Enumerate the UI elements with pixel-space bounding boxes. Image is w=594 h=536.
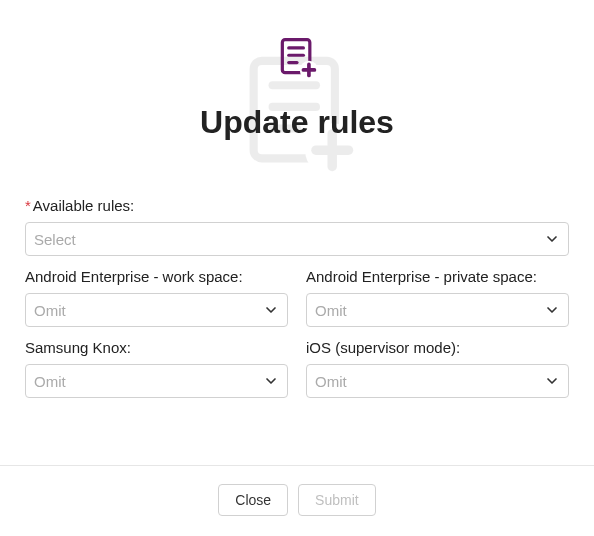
available-rules-label: *Available rules: — [25, 197, 569, 214]
chevron-down-icon — [263, 373, 279, 389]
update-rules-dialog: Update rules *Available rules: Select An… — [0, 0, 594, 536]
form-area: *Available rules: Select Android Enterpr… — [0, 141, 594, 465]
android-private-value: Omit — [315, 302, 347, 319]
available-rules-label-text: Available rules: — [33, 197, 134, 214]
available-rules-select[interactable]: Select — [25, 222, 569, 256]
required-indicator: * — [25, 197, 31, 214]
samsung-knox-label: Samsung Knox: — [25, 339, 288, 356]
android-work-value: Omit — [34, 302, 66, 319]
ios-supervisor-select[interactable]: Omit — [306, 364, 569, 398]
samsung-knox-value: Omit — [34, 373, 66, 390]
chevron-down-icon — [544, 373, 560, 389]
dialog-title: Update rules — [200, 104, 394, 141]
field-android-work: Android Enterprise - work space: Omit — [25, 268, 288, 327]
submit-button[interactable]: Submit — [298, 484, 376, 516]
android-private-label: Android Enterprise - private space: — [306, 268, 569, 285]
field-samsung-knox: Samsung Knox: Omit — [25, 339, 288, 398]
field-android-private: Android Enterprise - private space: Omit — [306, 268, 569, 327]
dialog-footer: Close Submit — [0, 465, 594, 536]
dialog-header: Update rules — [0, 0, 594, 141]
chevron-down-icon — [544, 302, 560, 318]
document-plus-icon — [275, 36, 319, 84]
chevron-down-icon — [263, 302, 279, 318]
available-rules-value: Select — [34, 231, 76, 248]
ios-supervisor-value: Omit — [315, 373, 347, 390]
android-work-label: Android Enterprise - work space: — [25, 268, 288, 285]
android-work-select[interactable]: Omit — [25, 293, 288, 327]
field-available-rules: *Available rules: Select — [25, 197, 569, 256]
samsung-knox-select[interactable]: Omit — [25, 364, 288, 398]
field-ios-supervisor: iOS (supervisor mode): Omit — [306, 339, 569, 398]
close-button[interactable]: Close — [218, 484, 288, 516]
ios-supervisor-label: iOS (supervisor mode): — [306, 339, 569, 356]
android-private-select[interactable]: Omit — [306, 293, 569, 327]
chevron-down-icon — [544, 231, 560, 247]
